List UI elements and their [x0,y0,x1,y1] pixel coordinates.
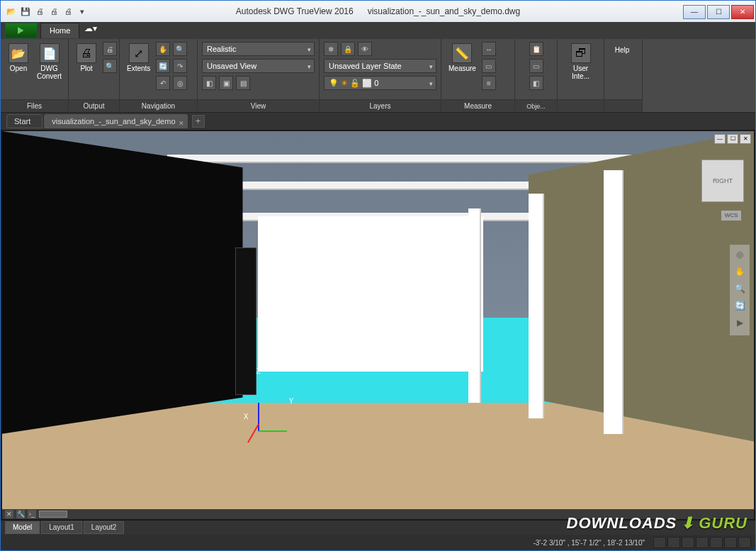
cmd-tool-icon[interactable]: 🔧 [16,510,25,518]
measure-button[interactable]: 📏 Measure [446,42,479,74]
app-title: Autodesk DWG TrueView 2016 [236,6,354,16]
panel-title-view: View [198,99,319,112]
close-tab-icon[interactable]: ✕ [179,117,184,130]
titlebar: 📂 💾 🖨 🖨 🖨 ▾ Autodesk DWG TrueView 2016 v… [1,1,755,22]
panel-title-files: Files [1,99,68,112]
layout-tab-model[interactable]: Model [5,521,40,534]
doc-tab-start[interactable]: Start [6,114,43,128]
tab-home[interactable]: Home [40,23,79,38]
panel-title-measure: Measure [441,99,514,112]
vp-maximize-icon[interactable]: ☐ [727,134,738,144]
status-model-icon[interactable] [653,537,666,548]
view-box-icon[interactable]: ▣ [219,76,233,90]
layout-tab-layout2[interactable]: Layout2 [84,521,125,534]
extents-icon: ⤢ [129,43,149,63]
nav-orbit-icon[interactable]: 🔄 [733,301,746,313]
layer-current-dropdown[interactable]: 💡 ☀ 🔓 ⬜ 0 [324,76,436,90]
qat-publish-icon[interactable]: 🖨 [62,5,74,18]
steering-wheel-icon[interactable]: ◎ [173,76,187,90]
panel-title-obj: Obje... [515,99,557,112]
vp-close-icon[interactable]: ✕ [740,134,751,144]
cmd-close-icon[interactable]: ✕ [5,510,13,518]
area-icon[interactable]: ▭ [482,59,496,73]
panel-title-navigation: Navigation [120,99,197,112]
convert-icon: 📄 [40,43,60,63]
status-iso-icon[interactable] [710,537,723,548]
status-bar: -3'-2 3/10" , 15'-7 1/2" , 18'-2 13/10" [1,535,755,550]
qat-open-icon[interactable]: 📂 [5,5,18,18]
nav-zoom-icon[interactable]: 🔍 [733,284,746,296]
folder-open-icon: 📂 [9,43,28,63]
status-coords: -3'-2 3/10" , 15'-7 1/2" , 18'-2 13/10" [533,539,645,547]
extents-button[interactable]: ⤢ Extents [124,42,153,74]
status-grid-icon[interactable] [667,537,680,548]
view-cube-icon[interactable]: ◧ [202,76,216,90]
layer-icon[interactable]: ◧ [529,76,543,90]
scroll-thumb[interactable] [39,511,67,518]
qat-preview-icon[interactable]: 🖨 [47,5,60,18]
app-menu-button[interactable] [5,23,38,38]
back-icon[interactable]: ↶ [156,76,170,90]
layer-freeze-icon[interactable]: ❄ [324,42,338,56]
windows-icon: 🗗 [571,43,591,63]
qat-plot-icon[interactable]: 🖨 [33,5,46,18]
nav-pan-icon[interactable]: ✋ [733,267,746,279]
batch-plot-icon[interactable]: 🖨 [103,42,117,56]
close-button[interactable]: ✕ [731,5,754,19]
qat-save-icon[interactable]: 💾 [19,5,32,18]
plot-button[interactable]: 🖨 Plot [73,42,100,74]
saved-view-dropdown[interactable]: Unsaved View [202,59,315,73]
vp-minimize-icon[interactable]: — [714,134,726,144]
wcs-label[interactable]: WCS [721,211,741,221]
dist-icon[interactable]: ↔ [482,42,496,56]
ruler-icon: 📏 [452,43,472,63]
minimize-button[interactable]: — [683,5,706,19]
new-tab-button[interactable]: + [192,115,205,128]
status-ortho-icon[interactable] [696,537,709,548]
viewport[interactable]: Z Y X — ☐ ✕ RIGHT WCS ◎ ✋ 🔍 🔄 ▶ ✕ [1,130,755,521]
panel-title-help [604,99,642,112]
dwg-convert-button[interactable]: 📄 DWG Convert [35,42,64,82]
status-clean-icon[interactable] [724,537,737,548]
panel-title-ui [558,99,604,112]
status-scale-icon[interactable] [682,537,694,548]
ribbon: 📂 Open 📄 DWG Convert Files 🖨 Plot 🖨 🔍 [1,39,755,113]
layer-lock-icon[interactable]: 🔒 [341,42,355,56]
navigation-bar: ◎ ✋ 🔍 🔄 ▶ [730,245,750,335]
open-button[interactable]: 📂 Open [5,42,32,74]
qat-dropdown-icon[interactable]: ▾ [76,5,89,18]
user-interface-button[interactable]: 🗗 User Inte... [562,42,599,82]
a360-icon[interactable]: ☁▾ [82,23,99,38]
orbit-icon[interactable]: 🔄 [156,59,170,73]
svg-marker-0 [18,27,23,34]
file-title: visualization_-_sun_and_sky_demo.dwg [368,6,520,16]
nav-showmotion-icon[interactable]: ▶ [733,318,746,330]
visual-style-dropdown[interactable]: Realistic [202,42,315,56]
cmd-prompt-icon[interactable]: ›_ [28,510,36,518]
maximize-button[interactable]: ☐ [707,5,730,19]
scene-3d: Z Y X [2,131,754,519]
panel-title-layers: Layers [320,99,441,112]
zoom-window-icon[interactable]: 🔍 [173,42,187,56]
list-icon[interactable]: ≡ [482,76,496,90]
printer-icon: 🖨 [77,43,96,63]
help-button[interactable]: Help [609,42,636,55]
forward-icon[interactable]: ↷ [173,59,187,73]
preview-icon[interactable]: 🔍 [103,59,117,73]
download-arrow-icon: ⬇ [681,514,694,533]
view-cam-icon[interactable]: ▤ [236,76,250,90]
layout-tab-layout1[interactable]: Layout1 [41,521,82,534]
select-icon[interactable]: ▭ [529,59,543,73]
watermark: DOWNLOADS ⬇ GURU [567,514,747,533]
status-custom-icon[interactable] [738,537,751,548]
doc-tab-file[interactable]: visualization_-_sun_and_sky_demo ✕ [44,114,187,128]
document-tabs: Start visualization_-_sun_and_sky_demo ✕… [1,113,755,130]
quick-access-toolbar: 📂 💾 🖨 🖨 🖨 ▾ [1,5,89,18]
nav-wheel-icon[interactable]: ◎ [733,250,746,262]
viewcube[interactable]: RIGHT [701,160,744,202]
pan-icon[interactable]: ✋ [156,42,170,56]
layer-off-icon[interactable]: 👁 [358,42,372,56]
panel-title-output: Output [69,99,119,112]
paste-icon[interactable]: 📋 [529,42,543,56]
layer-state-dropdown[interactable]: Unsaved Layer State [324,59,436,73]
